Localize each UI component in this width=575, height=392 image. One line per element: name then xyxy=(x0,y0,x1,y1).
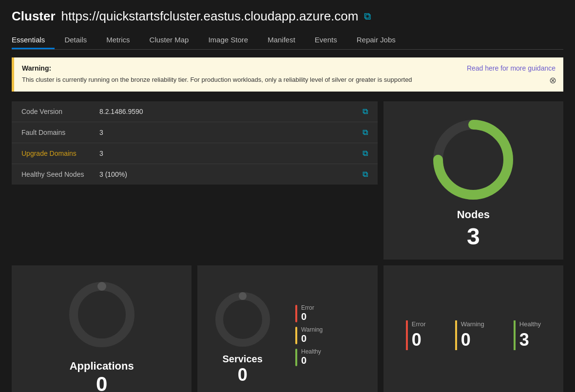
warning-link[interactable]: Read here for more guidance xyxy=(467,64,556,72)
services-error-value: 0 xyxy=(301,311,314,322)
node-warning-stat: Warning 0 xyxy=(455,320,484,350)
copy-fault-domains-icon[interactable]: ⧉ xyxy=(363,128,368,137)
nodes-donut-chart xyxy=(429,116,517,204)
services-healthy-info: Healthy 0 xyxy=(301,348,321,366)
cluster-title: Cluster https://quickstartsfcluster.east… xyxy=(12,9,563,24)
services-error-info: Error 0 xyxy=(301,304,314,322)
warning-header: Warning: Read here for more guidance xyxy=(22,64,556,72)
tab-metrics[interactable]: Metrics xyxy=(96,32,139,49)
tab-essentials[interactable]: Essentials xyxy=(12,32,55,49)
tab-manifest[interactable]: Manifest xyxy=(258,32,305,49)
warning-bar xyxy=(295,327,297,344)
nodes-panel: Nodes 3 xyxy=(383,101,563,260)
copy-code-version-icon[interactable]: ⧉ xyxy=(363,107,368,116)
svg-point-2 xyxy=(74,286,130,343)
node-healthy-stat: Healthy 3 xyxy=(514,320,541,350)
node-error-stat: Error 0 xyxy=(406,320,426,350)
copy-url-icon[interactable]: ⧉ xyxy=(364,11,371,22)
tab-events[interactable]: Events xyxy=(305,32,347,49)
code-version-value: 8.2.1486.9590 xyxy=(99,108,363,115)
services-error-label: Error xyxy=(301,304,314,311)
node-healthy-label: Healthy xyxy=(519,320,541,328)
top-grid: Code Version 8.2.1486.9590 ⧉ Fault Domai… xyxy=(12,101,563,260)
copy-upgrade-domains-icon[interactable]: ⧉ xyxy=(363,149,368,158)
fault-domains-row: Fault Domains 3 ⧉ xyxy=(12,122,378,143)
node-warning-value: 0 xyxy=(461,330,471,350)
services-left: Services 0 xyxy=(197,265,288,392)
services-healthy-row: Healthy 0 xyxy=(295,348,370,366)
services-panel: Services 0 Error 0 Warning 0 xyxy=(197,265,377,392)
services-healthy-value: 0 xyxy=(301,355,321,366)
services-warning-row: Warning 0 xyxy=(295,326,370,344)
close-icon[interactable]: ⊗ xyxy=(549,75,556,86)
cluster-url: https://quickstartsfcluster.eastus.cloud… xyxy=(61,9,359,24)
services-right: Error 0 Warning 0 Healthy 0 xyxy=(288,265,378,392)
error-bar xyxy=(295,305,297,322)
upgrade-domains-value: 3 xyxy=(99,149,363,157)
node-error-value: 0 xyxy=(412,330,422,350)
warning-text: This cluster is currently running on the… xyxy=(22,75,556,85)
fault-domains-value: 3 xyxy=(99,129,363,136)
nodes-count: 3 xyxy=(467,223,480,250)
node-stats-panel: Error 0 Warning 0 Healthy 3 xyxy=(383,265,563,392)
tab-image-store[interactable]: Image Store xyxy=(198,32,258,49)
warning-label: Warning: xyxy=(22,64,51,72)
tab-repair-jobs[interactable]: Repair Jobs xyxy=(347,32,405,49)
applications-panel: Applications 0 xyxy=(12,265,192,392)
applications-donut-chart xyxy=(65,278,138,351)
applications-count: 0 xyxy=(96,373,107,392)
upgrade-domains-row: Upgrade Domains 3 ⧉ xyxy=(12,143,378,164)
page-header: Cluster https://quickstartsfcluster.east… xyxy=(0,0,575,50)
copy-healthy-seed-nodes-icon[interactable]: ⧉ xyxy=(363,170,368,179)
services-donut-chart xyxy=(213,290,272,349)
cluster-prefix: Cluster xyxy=(12,9,56,24)
main-content: Warning: Read here for more guidance Thi… xyxy=(0,50,575,392)
fault-domains-label: Fault Domains xyxy=(21,129,99,136)
services-count: 0 xyxy=(238,365,248,385)
services-warning-info: Warning 0 xyxy=(301,326,323,344)
services-warning-value: 0 xyxy=(301,333,323,344)
warning-banner: Warning: Read here for more guidance Thi… xyxy=(12,57,563,92)
bottom-row: Applications 0 Services 0 Error xyxy=(12,265,563,392)
healthy-seed-nodes-label: Healthy Seed Nodes xyxy=(21,170,99,178)
node-healthy-value: 3 xyxy=(519,330,529,350)
services-label: Services xyxy=(223,354,263,365)
tab-details[interactable]: Details xyxy=(55,32,96,49)
code-version-row: Code Version 8.2.1486.9590 ⧉ xyxy=(12,101,378,122)
healthy-seed-nodes-row: Healthy Seed Nodes 3 (100%) ⧉ xyxy=(12,164,378,185)
healthy-seed-nodes-value: 3 (100%) xyxy=(99,170,363,178)
nav-tabs: Essentials Details Metrics Cluster Map I… xyxy=(12,32,563,50)
services-error-row: Error 0 xyxy=(295,304,370,322)
applications-label: Applications xyxy=(70,360,134,373)
svg-point-4 xyxy=(219,296,266,343)
upgrade-domains-label: Upgrade Domains xyxy=(21,149,99,157)
services-warning-label: Warning xyxy=(301,326,323,333)
tab-cluster-map[interactable]: Cluster Map xyxy=(140,32,199,49)
services-healthy-label: Healthy xyxy=(301,348,321,355)
node-warning-label: Warning xyxy=(461,320,484,328)
info-panel: Code Version 8.2.1486.9590 ⧉ Fault Domai… xyxy=(12,101,378,185)
nodes-label: Nodes xyxy=(457,208,490,221)
node-error-label: Error xyxy=(412,320,426,328)
code-version-label: Code Version xyxy=(21,108,99,115)
healthy-bar xyxy=(295,349,297,366)
